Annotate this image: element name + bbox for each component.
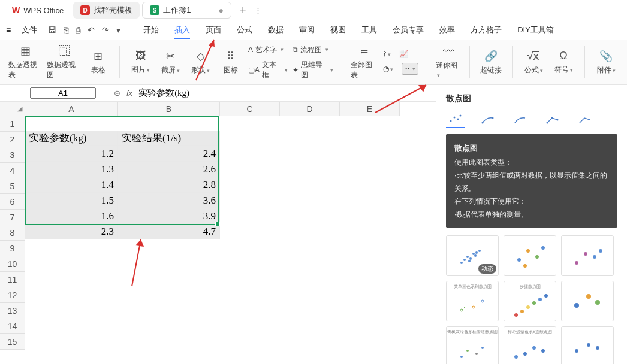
tab-diy[interactable]: DIY工具箱 xyxy=(517,25,554,35)
cell[interactable]: 1.4 xyxy=(25,177,118,193)
app-tab-wps[interactable]: W WPS Office xyxy=(5,2,71,19)
all-charts-button[interactable]: ⫭全部图表 xyxy=(351,45,378,80)
formula-content[interactable]: 实验参数(kg) xyxy=(138,87,189,99)
template-6[interactable] xyxy=(561,281,614,321)
row-header-9[interactable]: 9 xyxy=(0,241,25,256)
tab-member[interactable]: 会员专享 xyxy=(393,25,424,35)
wordart-button[interactable]: A艺术字▾ xyxy=(248,45,288,55)
row-header-6[interactable]: 6 xyxy=(0,194,25,210)
mindmap-button[interactable]: ✦思维导图▾ xyxy=(293,60,334,80)
scatter-type-smooth[interactable] xyxy=(511,113,530,128)
tab-data[interactable]: 数据 xyxy=(268,25,284,35)
cell[interactable]: 2.8 xyxy=(118,177,220,193)
row-header-11[interactable]: 11 xyxy=(0,272,25,287)
cell[interactable]: 2.3 xyxy=(25,224,118,239)
cell[interactable]: 2.4 xyxy=(118,146,220,162)
template-5[interactable]: 步骤散点图 xyxy=(504,281,556,321)
tab-insert[interactable]: 插入 xyxy=(174,25,190,35)
tab-tools[interactable]: 工具 xyxy=(361,25,377,35)
scatter-chart-button[interactable]: ⠒▾ xyxy=(402,63,418,75)
col-header-E[interactable]: E xyxy=(340,102,400,116)
textbox-button[interactable]: ▢A文本框▾ xyxy=(248,60,288,80)
shape-button[interactable]: ◇形状▾ xyxy=(188,50,213,75)
app-tab-template[interactable]: D 找稻壳模板 xyxy=(73,2,140,19)
icon-button[interactable]: ⠿图标 xyxy=(218,50,243,75)
screenshot-button[interactable]: ✂截屏▾ xyxy=(158,50,183,75)
tab-ffgz[interactable]: 方方格子 xyxy=(471,25,502,35)
add-tab-button[interactable]: + xyxy=(234,4,252,17)
attachment-button[interactable]: 📎附件▾ xyxy=(593,50,619,75)
file-menu[interactable]: 文件 xyxy=(22,25,37,35)
app-tab-workbook[interactable]: S 工作簿1 ● xyxy=(142,2,231,19)
row-header-7[interactable]: 7 xyxy=(0,210,25,225)
cell[interactable]: 实验参数(kg) xyxy=(25,131,118,146)
row-header-13[interactable]: 13 xyxy=(0,303,25,318)
symbol-button[interactable]: Ω符号▾ xyxy=(551,50,576,75)
template-3[interactable] xyxy=(561,235,614,276)
col-header-B[interactable]: B xyxy=(118,102,220,116)
close-icon[interactable]: ● xyxy=(218,5,223,15)
template-7[interactable]: 青枫灰绿色系柱管道散点图 xyxy=(446,326,499,364)
scatter-type-line[interactable] xyxy=(575,113,595,128)
scatter-type-markers[interactable] xyxy=(446,113,465,128)
bar-chart-icon[interactable]: ⫯▾ xyxy=(383,50,391,58)
row-header-10[interactable]: 10 xyxy=(0,256,25,272)
pivot-table-button[interactable]: ▦数据透视表 xyxy=(8,44,42,80)
cell[interactable]: 1.6 xyxy=(25,208,118,224)
hamburger-icon[interactable]: ≡ xyxy=(6,25,11,35)
template-9[interactable] xyxy=(561,326,614,364)
select-all-corner[interactable]: ◢ xyxy=(0,102,25,116)
redo-icon[interactable]: ↷ xyxy=(102,25,109,35)
hyperlink-button[interactable]: 🔗超链接 xyxy=(478,50,504,75)
tab-review[interactable]: 审阅 xyxy=(299,25,315,35)
template-8[interactable]: 梅の淡紫色系X直散点图 xyxy=(504,326,556,364)
line-chart-icon[interactable]: 📈 xyxy=(399,50,408,58)
row-header-4[interactable]: 4 xyxy=(0,163,25,178)
cancel-icon[interactable]: ⊝ xyxy=(114,89,120,98)
row-header-1[interactable]: 1 xyxy=(0,116,25,132)
col-header-A[interactable]: A xyxy=(25,102,118,116)
row-header-8[interactable]: 8 xyxy=(0,225,25,241)
print-icon[interactable]: ⎘ xyxy=(64,25,68,35)
table-button[interactable]: ⊞表格 xyxy=(86,50,111,75)
template-2[interactable] xyxy=(504,235,556,276)
scatter-type-line-markers[interactable] xyxy=(543,113,562,128)
col-header-D[interactable]: D xyxy=(280,102,340,116)
tab-menu-icon[interactable]: ⋮ xyxy=(254,6,262,15)
picture-button[interactable]: 🖼图片▾ xyxy=(128,50,153,75)
name-box[interactable] xyxy=(30,87,96,99)
col-header-C[interactable]: C xyxy=(220,102,280,116)
template-1[interactable]: 动态 xyxy=(446,235,499,276)
cell[interactable]: 4.7 xyxy=(118,224,220,239)
tab-home[interactable]: 开始 xyxy=(143,25,159,35)
pivot-chart-button[interactable]: ⿹数据透视图 xyxy=(47,45,80,80)
formula-button[interactable]: √x̅公式▾ xyxy=(521,50,546,75)
row-header-3[interactable]: 3 xyxy=(0,147,25,163)
row-header-15[interactable]: 15 xyxy=(0,334,25,350)
tab-formula[interactable]: 公式 xyxy=(237,25,252,35)
undo-icon[interactable]: ↶ xyxy=(88,25,95,35)
qat-dropdown-icon[interactable]: ▾ xyxy=(116,25,120,35)
cell[interactable]: 1.5 xyxy=(25,193,118,208)
row-header-14[interactable]: 14 xyxy=(0,318,25,334)
cell[interactable]: 1.2 xyxy=(25,146,118,162)
flowchart-button[interactable]: ⧉流程图▾ xyxy=(293,45,334,55)
cell[interactable]: 2.6 xyxy=(118,162,220,177)
tab-efficiency[interactable]: 效率 xyxy=(439,25,455,35)
cell[interactable]: 3.6 xyxy=(118,193,220,208)
cell[interactable]: 实验结果(1/s) xyxy=(118,131,220,146)
sparkline-button[interactable]: 〰迷你图▾ xyxy=(436,46,461,79)
fx-icon[interactable]: fx xyxy=(126,89,132,98)
save-icon[interactable]: 🖫 xyxy=(48,25,56,35)
preview-icon[interactable]: ⎙ xyxy=(76,25,80,35)
tab-page[interactable]: 页面 xyxy=(206,25,221,35)
row-header-2[interactable]: 2 xyxy=(0,132,25,147)
template-4[interactable]: 某单三色系列散点图 xyxy=(446,281,499,321)
scatter-type-smooth-markers[interactable] xyxy=(478,113,498,128)
tab-view[interactable]: 视图 xyxy=(330,25,346,35)
cell[interactable]: 1.3 xyxy=(25,162,118,177)
row-header-12[interactable]: 12 xyxy=(0,287,25,303)
row-header-5[interactable]: 5 xyxy=(0,178,25,194)
cell[interactable]: 3.9 xyxy=(118,208,220,224)
pie-chart-icon[interactable]: ◔▾ xyxy=(383,65,393,73)
